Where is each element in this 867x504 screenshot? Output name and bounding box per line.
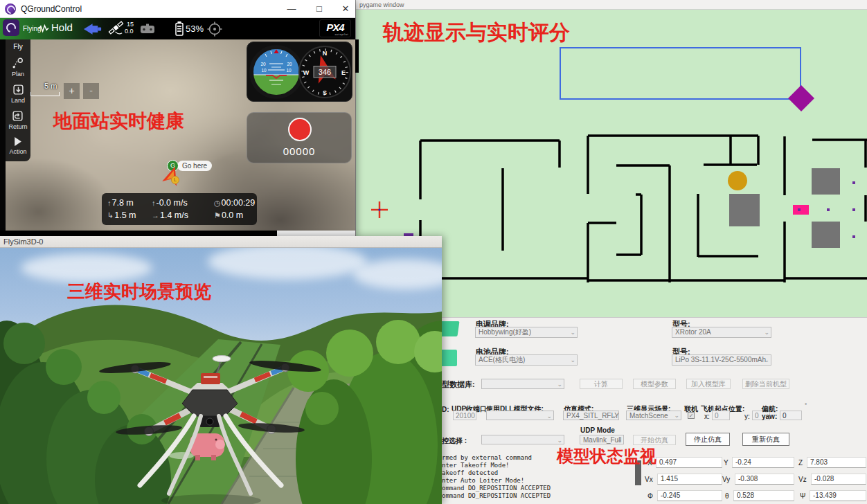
state-y-value: -0.24	[732, 457, 794, 468]
close-button[interactable]: ✕	[334, 0, 357, 17]
sim-mode-select[interactable]: PX4_SITL_RFLY ⌄	[563, 411, 619, 420]
return-home-icon	[12, 110, 24, 122]
qgc-app-icon	[5, 3, 16, 15]
delete-model-button[interactable]: 删除当前机型	[742, 379, 789, 389]
qgc-bottom-scrollbar[interactable]	[0, 231, 277, 236]
state-vx-label: Vx	[645, 476, 653, 483]
sidebar-item-return[interactable]: Return	[8, 110, 27, 130]
sidebar-item-label: Land	[11, 97, 25, 104]
chevron-down-icon: ⌄	[557, 435, 562, 444]
gps-count: 15	[127, 21, 134, 28]
battery-model-value: LiPo 3S-11.1V-25C-5500mAh	[675, 356, 766, 363]
clock-icon: ◷	[214, 199, 221, 207]
pygame-titlebar[interactable]: pygame window	[356, 0, 867, 10]
chevron-down-icon: ⌄	[764, 355, 769, 365]
udp-mode-select[interactable]: Mavlink_Full ⌄	[580, 435, 624, 444]
calc-button[interactable]: 计算	[580, 379, 623, 389]
model-params-button[interactable]: 模型参数	[633, 379, 676, 389]
record-button[interactable]	[288, 118, 312, 141]
chevron-down-icon: ⌄	[674, 411, 679, 420]
gps-crosshair-icon[interactable]	[207, 21, 222, 37]
sidebar-item-land[interactable]: Land	[11, 84, 25, 104]
compass-w: W	[303, 69, 310, 76]
attitude-indicator[interactable]: 20 20 10 10	[249, 44, 304, 100]
maximize-button[interactable]: □	[307, 0, 331, 17]
loiter-marker-badge[interactable]: L	[171, 176, 179, 184]
telemetry-altitude: ↑7.8 m	[107, 198, 152, 208]
qgroundcontrol-window: QGroundControl — □ ✕ Flying Hold	[0, 0, 355, 236]
speed-icon: →	[152, 211, 159, 219]
yaw-name: yaw:	[762, 413, 777, 420]
start-sim-button[interactable]: 开始仿真	[633, 435, 676, 445]
gps-satellite-icon[interactable]	[107, 21, 125, 36]
rc-controller-icon[interactable]	[140, 24, 155, 34]
stop-sim-button[interactable]: 停止仿真	[686, 433, 730, 446]
telemetry-ground-speed: →1.4 m/s	[152, 210, 214, 220]
go-here-label[interactable]: Go here	[177, 161, 212, 171]
telemetry-distance-home: ↳1.5 m	[107, 210, 152, 220]
battery-icon[interactable]	[175, 21, 184, 36]
flysim-3d-viewport[interactable]: 三维实时场景预览	[0, 248, 442, 504]
console-line: ommand DO_REPOSITION ACCEPTED	[442, 485, 551, 492]
dll-model-select[interactable]: ⌄	[486, 411, 554, 420]
telemetry-panel: ↑7.8 m ↑-0.0 m/s ◷00:00:29 ↳1.5 m →1.4 m…	[102, 193, 257, 225]
state-vz-label: Vz	[798, 476, 807, 483]
gps-hdop: 0.0	[125, 28, 134, 35]
sidebar-item-plan[interactable]: Plan	[12, 57, 24, 78]
model-db-select[interactable]: ⌄	[481, 379, 564, 389]
qgc-fly-sidebar: Fly Plan Land	[6, 39, 30, 161]
chevron-down-icon: ⌄	[557, 379, 562, 389]
online-checkbox[interactable]: ✓	[688, 412, 695, 419]
restart-sim-button[interactable]: 重新仿真	[742, 433, 789, 446]
qgc-map-view[interactable]: Fly Plan Land	[0, 39, 355, 231]
chevron-down-icon: ⌄	[570, 355, 575, 365]
qgc-toolbar: Flying Hold 15 0.0	[0, 18, 355, 39]
scene-select[interactable]: MatchScene ⌄	[626, 411, 681, 420]
zoom-out-button[interactable]: -	[83, 83, 99, 99]
x-input[interactable]: 0	[712, 411, 730, 420]
state-theta-label: θ	[725, 492, 729, 500]
state-z-label: Z	[798, 459, 803, 467]
copter-id-label: D:	[442, 406, 449, 413]
pygame-title: pygame window	[359, 1, 404, 8]
state-z-value: 7.803	[807, 457, 866, 468]
altitude-icon: ↑	[107, 199, 111, 207]
battery-brand-select[interactable]: ACE(格氏电池) ⌄	[475, 354, 578, 366]
rc-select[interactable]: ⌄	[481, 435, 564, 444]
qgc-titlebar[interactable]: QGroundControl — □ ✕	[0, 0, 355, 18]
rc-select-label: 控选择 :	[442, 436, 467, 446]
sidebar-item-label: Plan	[12, 71, 24, 78]
esc-brand-select[interactable]: Hobbywing(好盈) ⌄	[475, 327, 578, 338]
px4-logo: PX4 autopilot	[319, 19, 351, 37]
x-label: x:	[704, 413, 710, 420]
state-phi-value: -0.245	[657, 490, 722, 501]
udp-port-input[interactable]: 20100	[453, 411, 476, 420]
flysim-titlebar[interactable]: FlySim3D-0	[0, 236, 442, 248]
esc-model-select[interactable]: XRotor 20A ⌄	[672, 327, 771, 338]
battery-model-select[interactable]: LiPo 3S-11.1V-25C-5500mAh ⌄	[672, 354, 771, 366]
battery-brand-value: ACE(格氏电池)	[479, 356, 525, 363]
flight-mode[interactable]: Hold	[51, 21, 73, 33]
minimize-button[interactable]: —	[280, 0, 303, 17]
state-psi-value: -13.439	[810, 490, 866, 501]
compass[interactable]: N E S W 346	[297, 44, 352, 100]
udp-mode-value: Mavlink_Full	[583, 436, 622, 444]
model-status-overlay-text: 模型状态监视	[557, 445, 656, 467]
battery-percent[interactable]: 53%	[186, 24, 204, 34]
udp-mode-label: UDP Mode	[580, 426, 615, 434]
qgc-logo-icon[interactable]	[3, 19, 19, 36]
compass-heading-value: 346	[319, 68, 331, 76]
telemetry-travel-distance: ⚑0.0 m	[214, 210, 262, 220]
esc-model-value: XRotor 20A	[675, 328, 711, 336]
megaphone-icon[interactable]	[83, 23, 103, 35]
chevron-down-icon: ⌄	[616, 435, 622, 444]
degree-symbol: °	[805, 402, 807, 408]
zoom-in-button[interactable]: +	[64, 83, 80, 99]
chevron-down-icon: ⌄	[611, 411, 617, 420]
console-line: nter Takeoff Mode!	[442, 462, 510, 469]
climb-icon: ↑	[152, 199, 156, 207]
yaw-input[interactable]: 0	[780, 411, 802, 420]
state-y-label: Y	[724, 459, 729, 467]
sidebar-item-action[interactable]: Action	[9, 136, 26, 155]
add-to-library-button[interactable]: 加入模型库	[686, 379, 731, 389]
